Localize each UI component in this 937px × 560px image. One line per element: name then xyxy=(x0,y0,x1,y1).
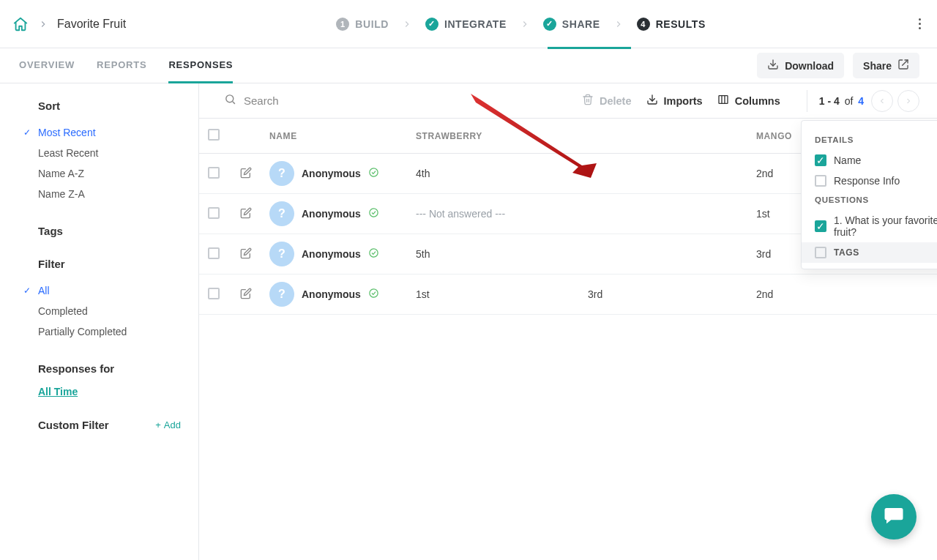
edit-icon[interactable] xyxy=(240,209,252,221)
share-label: Share xyxy=(863,60,892,72)
popover-details-label: DETAILS xyxy=(802,131,937,150)
popover-item-label: Name xyxy=(834,154,861,166)
row-checkbox[interactable] xyxy=(208,207,220,219)
completed-icon xyxy=(368,288,379,301)
sidebar: Sort Most Recent Least Recent Name A-Z N… xyxy=(0,83,199,560)
completed-icon xyxy=(368,247,379,261)
step-results[interactable]: 4 RESULTS xyxy=(637,18,706,31)
content: Delete Imports Columns 1 - 4 of 4 xyxy=(199,83,937,560)
cell-strawberry: 1st xyxy=(407,275,579,315)
cell-strawberry: 5th xyxy=(407,234,579,275)
completed-icon xyxy=(368,167,379,180)
table-row[interactable]: ?Anonymous 1st 3rd 2nd xyxy=(199,275,937,315)
download-label: Download xyxy=(785,60,834,72)
svg-point-8 xyxy=(370,209,378,217)
avatar: ? xyxy=(269,161,294,186)
step-share[interactable]: ✓ SHARE xyxy=(543,18,600,31)
chevron-right-icon xyxy=(402,19,412,29)
col-header-strawberry[interactable]: STRAWBERRY xyxy=(407,119,579,154)
col-header-name[interactable]: NAME xyxy=(261,119,407,154)
respondent-name: Anonymous xyxy=(302,168,361,179)
popover-item-q1[interactable]: ✓ 1. What is your favorite fruit? xyxy=(802,210,937,242)
chat-fab[interactable] xyxy=(871,494,917,540)
step-number: 1 xyxy=(336,18,349,31)
custom-filter-heading: Custom Filter xyxy=(38,419,109,431)
edit-icon[interactable] xyxy=(240,250,252,261)
tab-responses[interactable]: RESPONSES xyxy=(168,48,233,83)
top-bar: Favorite Fruit 1 BUILD ✓ INTEGRATE ✓ SHA… xyxy=(0,0,937,48)
tags-heading: Tags xyxy=(38,225,181,237)
subtabs: OVERVIEW REPORTS RESPONSES xyxy=(19,48,233,83)
build-steps: 1 BUILD ✓ INTEGRATE ✓ SHARE 4 RESULTS xyxy=(126,18,916,31)
columns-popover: DETAILS ✓ Name Response Info QUESTIONS ✓… xyxy=(801,120,937,269)
row-checkbox[interactable] xyxy=(208,288,220,299)
edit-icon[interactable] xyxy=(240,169,252,181)
home-icon[interactable] xyxy=(12,15,29,33)
pager-next-button[interactable] xyxy=(897,90,919,112)
cell-hidden: 3rd xyxy=(579,275,753,315)
pager-prev-button[interactable] xyxy=(871,90,893,112)
subtabs-row: OVERVIEW REPORTS RESPONSES Download Shar… xyxy=(0,48,937,83)
table-toolbar: Delete Imports Columns 1 - 4 of 4 xyxy=(199,83,937,119)
filter-partial[interactable]: Partially Completed xyxy=(38,321,181,342)
row-checkbox[interactable] xyxy=(208,167,220,179)
search-input-wrap[interactable] xyxy=(224,93,390,108)
sort-heading: Sort xyxy=(38,100,181,112)
responses-for-link[interactable]: All Time xyxy=(38,386,78,397)
row-checkbox[interactable] xyxy=(208,247,220,259)
search-input[interactable] xyxy=(244,94,390,107)
sort-least-recent[interactable]: Least Recent xyxy=(38,143,181,163)
delete-button[interactable]: Delete xyxy=(582,94,632,108)
tab-overview[interactable]: OVERVIEW xyxy=(19,48,75,83)
popover-item-tags[interactable]: TAGS xyxy=(802,242,937,263)
popover-item-label: Response Info xyxy=(834,175,900,187)
avatar: ? xyxy=(269,282,294,307)
columns-label: Columns xyxy=(735,95,780,107)
active-step-underline xyxy=(548,47,631,49)
avatar: ? xyxy=(269,242,294,266)
tab-reports[interactable]: REPORTS xyxy=(97,48,146,83)
svg-rect-4 xyxy=(719,96,728,104)
avatar: ? xyxy=(269,201,294,226)
step-integrate[interactable]: ✓ INTEGRATE xyxy=(425,18,507,31)
cell-strawberry: --- Not answered --- xyxy=(407,194,579,234)
download-button[interactable]: Download xyxy=(757,53,844,78)
popover-item-name[interactable]: ✓ Name xyxy=(802,150,937,171)
filter-all[interactable]: All xyxy=(38,280,181,301)
more-menu-icon[interactable] xyxy=(916,15,924,32)
download-icon xyxy=(767,59,779,72)
checkbox-unchecked-icon xyxy=(815,247,826,258)
svg-point-10 xyxy=(370,289,378,297)
sort-most-recent[interactable]: Most Recent xyxy=(38,122,181,143)
checkbox-unchecked-icon xyxy=(815,175,826,187)
imports-button[interactable]: Imports xyxy=(646,94,703,108)
search-icon xyxy=(224,93,236,108)
popover-item-response-info[interactable]: Response Info xyxy=(802,171,937,191)
add-custom-filter-button[interactable]: + Add xyxy=(155,419,181,430)
step-label: BUILD xyxy=(355,18,389,30)
pager: 1 - 4 of 4 xyxy=(807,90,919,112)
step-build[interactable]: 1 BUILD xyxy=(336,18,389,31)
filter-heading: Filter xyxy=(38,258,181,270)
checkbox-checked-icon: ✓ xyxy=(815,220,826,232)
columns-button[interactable]: Columns xyxy=(717,94,780,108)
chevron-right-icon xyxy=(38,19,48,29)
step-label: INTEGRATE xyxy=(444,18,507,30)
responses-for-heading: Responses for xyxy=(38,362,181,375)
edit-icon[interactable] xyxy=(240,290,252,302)
imports-label: Imports xyxy=(664,95,703,107)
select-all-checkbox[interactable] xyxy=(208,129,220,141)
step-label: RESULTS xyxy=(656,18,706,30)
columns-icon xyxy=(717,94,729,108)
step-number: 4 xyxy=(637,18,650,31)
share-button[interactable]: Share xyxy=(853,53,919,78)
sort-name-az[interactable]: Name A-Z xyxy=(38,163,181,184)
share-icon xyxy=(897,59,909,72)
svg-point-9 xyxy=(370,249,378,257)
sort-name-za[interactable]: Name Z-A xyxy=(38,184,181,204)
filter-completed[interactable]: Completed xyxy=(38,301,181,321)
main: Sort Most Recent Least Recent Name A-Z N… xyxy=(0,83,937,560)
cell-mango: 2nd xyxy=(753,275,937,315)
checkbox-checked-icon: ✓ xyxy=(815,154,826,166)
popover-item-label: 1. What is your favorite fruit? xyxy=(834,214,937,238)
